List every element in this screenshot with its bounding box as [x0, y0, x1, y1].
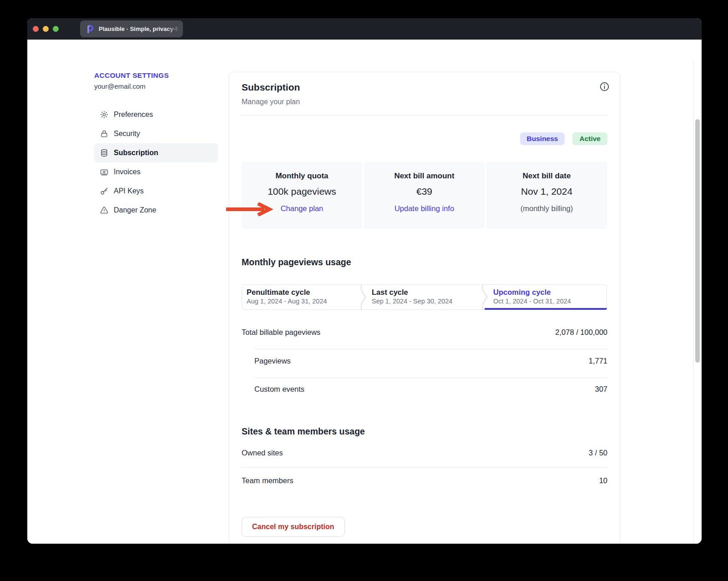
divider — [254, 349, 607, 349]
scrollbar-thumb[interactable] — [695, 119, 700, 363]
stat-label: Monthly quota — [242, 172, 362, 181]
sidebar-item-api-keys[interactable]: API Keys — [94, 182, 218, 201]
tab-title: Plausible · Simple, privacy-frien — [99, 25, 178, 32]
sidebar-item-label: Danger Zone — [114, 206, 156, 214]
usage-row-total-billable: Total billable pageviews 2,078 / 100,000 — [242, 328, 607, 337]
sidebar-item-danger-zone[interactable]: Danger Zone — [94, 201, 218, 220]
window-controls — [27, 26, 59, 32]
stat-value: €39 — [364, 186, 485, 197]
billing-cycle-tabs: Penultimate cycle Aug 1, 2024 - Aug 31, … — [242, 284, 607, 310]
warning-triangle-icon — [100, 206, 109, 215]
stat-value: Nov 1, 2024 — [486, 186, 607, 197]
titlebar: Plausible · Simple, privacy-frien — [27, 18, 702, 40]
account-email: your@email.com — [94, 82, 218, 90]
browser-tab[interactable]: Plausible · Simple, privacy-frien — [80, 20, 183, 37]
gear-icon — [100, 110, 109, 119]
change-plan-link[interactable]: Change plan — [242, 204, 362, 213]
divider — [254, 378, 607, 378]
banknote-icon — [100, 167, 109, 177]
pageviews-usage-heading: Monthly pageviews usage — [242, 257, 351, 268]
usage-row-custom-events: Custom events 307 — [242, 385, 607, 394]
close-window-button[interactable] — [33, 26, 39, 32]
status-badge: Active — [572, 132, 607, 145]
active-tab-underline — [485, 308, 607, 310]
key-icon — [100, 187, 109, 196]
stat-value: 100k pageviews — [242, 186, 362, 197]
sidebar-item-subscription[interactable]: Subscription — [94, 143, 218, 162]
sidebar-item-label: Preferences — [114, 111, 153, 119]
browser-window: Plausible · Simple, privacy-frien ACCOUN… — [27, 18, 702, 544]
divider — [242, 467, 607, 468]
usage-row-team-members: Team members 10 — [242, 476, 607, 485]
info-icon[interactable] — [599, 81, 610, 92]
sidebar-item-label: Invoices — [114, 168, 141, 176]
update-billing-info-link[interactable]: Update billing info — [364, 204, 485, 213]
cancel-subscription-button[interactable]: Cancel my subscription — [242, 517, 345, 537]
stat-next-bill-amount: Next bill amount €39 Update billing info — [364, 162, 485, 229]
zoom-window-button[interactable] — [53, 26, 59, 32]
stat-monthly-quota: Monthly quota 100k pageviews Change plan — [242, 162, 362, 229]
usage-row-pageviews: Pageviews 1,771 — [242, 357, 607, 365]
page-content: ACCOUNT SETTINGS your@email.com Preferen… — [27, 40, 702, 544]
sidebar-title: ACCOUNT SETTINGS — [94, 71, 218, 80]
usage-row-owned-sites: Owned sites 3 / 50 — [242, 449, 607, 457]
tab-penultimate-cycle[interactable]: Penultimate cycle Aug 1, 2024 - Aug 31, … — [242, 285, 364, 309]
sidebar-item-security[interactable]: Security — [94, 124, 218, 143]
chevron-right-separator — [482, 285, 488, 309]
sidebar-nav: Preferences Security Subscription — [94, 105, 218, 220]
plausible-logo-icon — [86, 25, 95, 34]
plan-badges: Business Active — [520, 132, 607, 145]
stat-label: Next bill amount — [364, 172, 485, 181]
minimize-window-button[interactable] — [43, 26, 49, 32]
card-subtitle: Manage your plan — [242, 98, 300, 106]
sidebar-item-label: Security — [114, 130, 140, 138]
plan-badge: Business — [520, 132, 565, 145]
account-settings-sidebar: ACCOUNT SETTINGS your@email.com Preferen… — [94, 71, 218, 220]
tab-upcoming-cycle[interactable]: Upcoming cycle Oct 1, 2024 - Oct 31, 202… — [485, 285, 607, 309]
sites-usage-heading: Sites & team members usage — [242, 426, 365, 437]
lock-icon — [100, 129, 109, 138]
card-title: Subscription — [242, 82, 300, 93]
sidebar-item-label: API Keys — [114, 187, 144, 195]
sidebar-item-invoices[interactable]: Invoices — [94, 162, 218, 182]
scrollbar-track — [693, 61, 694, 544]
billing-stats-panel: Monthly quota 100k pageviews Change plan… — [242, 162, 607, 229]
stat-label: Next bill date — [486, 172, 607, 181]
sidebar-item-preferences[interactable]: Preferences — [94, 105, 218, 124]
billing-interval-note: (monthly billing) — [486, 204, 607, 213]
sidebar-item-label: Subscription — [114, 149, 158, 157]
database-icon — [100, 148, 109, 157]
subscription-card: Subscription Manage your plan Business A… — [229, 72, 620, 544]
divider — [242, 115, 607, 116]
stat-next-bill-date: Next bill date Nov 1, 2024 (monthly bill… — [486, 162, 607, 229]
tab-last-cycle[interactable]: Last cycle Sep 1, 2024 - Sep 30, 2024 — [364, 285, 485, 309]
chevron-right-separator — [360, 285, 367, 309]
